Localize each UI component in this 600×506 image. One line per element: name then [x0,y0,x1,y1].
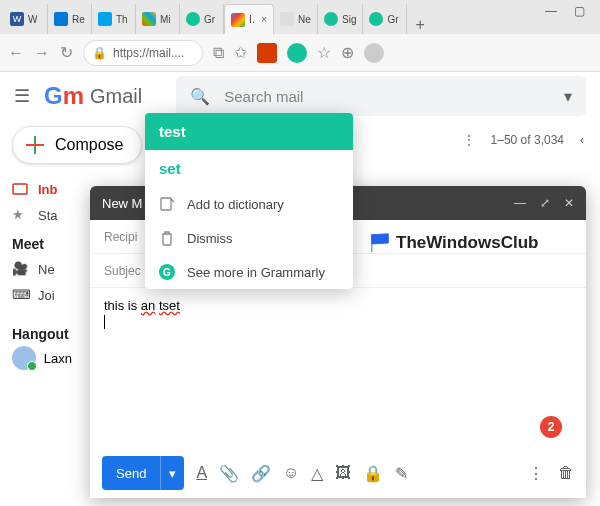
mail-count: 1–50 of 3,034 [491,133,564,147]
forward-icon[interactable]: → [34,44,50,62]
back-icon[interactable]: ← [8,44,24,62]
hangouts-user[interactable]: Laxn [12,346,72,370]
maximize-icon[interactable]: ▢ [572,4,586,18]
profile-icon[interactable] [364,43,384,63]
attach-icon[interactable]: 📎 [219,464,239,483]
browser-tab[interactable]: Mi [136,4,180,34]
error-text[interactable]: tset [159,298,180,313]
lock-icon: 🔒 [92,46,107,60]
star-icon: ★ [12,207,28,223]
grammarly-item-label: Add to dictionary [187,197,284,212]
compose-footer: Send ▾ A 📎 🔗 ☺ △ 🖼 🔒 ✎ ⋮ 🗑 [90,448,586,498]
chevron-down-icon[interactable]: ▾ [160,456,184,490]
url-input[interactable]: 🔒 https://mail.... [83,40,203,66]
meet-new[interactable]: 🎥 Ne [12,256,72,282]
office-extension-icon[interactable] [257,43,277,63]
sidebar: Compose Inb ★ Sta Meet 🎥 Ne ⌨ Joi Hangou… [0,120,80,370]
grammarly-suggestion[interactable]: set [145,150,353,187]
hangouts-username: Laxn [44,351,72,366]
browser-tab[interactable]: Ne [274,4,318,34]
compose-button[interactable]: Compose [12,126,142,164]
link-icon[interactable]: 🔗 [251,464,271,483]
address-bar: ← → ↻ 🔒 https://mail.... ⧉ ✩ ☆ ⊕ [0,34,600,72]
meet-join[interactable]: ⌨ Joi [12,282,72,308]
dictionary-icon [159,196,175,212]
more-icon[interactable]: ⋮ [463,133,475,147]
emoji-icon[interactable]: ☺ [283,464,299,482]
image-icon[interactable]: 🖼 [335,464,351,482]
search-input[interactable]: 🔍 Search mail ▾ [176,76,586,116]
field-label: Subjec [104,264,141,278]
svg-rect-1 [161,198,171,210]
menu-icon[interactable]: ☰ [14,85,30,107]
confidential-icon[interactable]: 🔒 [363,464,383,483]
body-text: this is [104,298,141,313]
minimize-icon[interactable]: — [544,4,558,18]
thewindowsclub-logo: TheWindowsClub [370,232,538,254]
browser-tab[interactable]: WW [4,4,48,34]
more-icon[interactable]: ⋮ [528,464,544,483]
video-icon: 🎥 [12,261,28,277]
browser-tab[interactable]: Re [48,4,92,34]
grammarly-see-more[interactable]: G See more in Grammarly [145,255,353,289]
compose-body[interactable]: this is an tset [90,288,586,448]
gmail-logo[interactable]: Gm Gmail [44,82,142,110]
collections-icon[interactable]: ⊕ [341,43,354,62]
sidebar-item-label: Sta [38,208,58,223]
grammarly-icon: G [159,264,175,280]
meet-label: Ne [38,262,55,277]
trash-icon[interactable]: 🗑 [558,464,574,482]
browser-tab[interactable]: Gr [180,4,224,34]
grammarly-item-label: See more in Grammarly [187,265,325,280]
error-text[interactable]: an [141,298,155,313]
search-placeholder: Search mail [224,88,303,105]
grammarly-badge[interactable]: 2 [540,416,562,438]
browser-titlebar: WW Re Th Mi Gr Inb× Ne Sig Gr + — ▢ [0,0,600,34]
grammarly-header: test [145,113,353,150]
flag-icon [370,232,392,254]
link-icon[interactable]: ⧉ [213,44,224,62]
chevron-down-icon[interactable]: ▾ [564,87,572,106]
chevron-left-icon[interactable]: ‹ [580,133,584,147]
text-cursor [104,315,105,329]
minimize-icon[interactable]: — [514,196,526,210]
url-text: https://mail.... [113,46,184,60]
grammarly-extension-icon[interactable] [287,43,307,63]
hangouts-header: Hangout [12,326,72,342]
compose-label: Compose [55,136,123,154]
trash-icon [159,230,175,246]
favorites-icon[interactable]: ☆ [317,43,331,62]
close-icon[interactable]: ✕ [564,196,574,210]
meet-header: Meet [12,236,72,252]
refresh-icon[interactable]: ↻ [60,43,73,62]
search-icon: 🔍 [190,87,210,106]
new-tab-button[interactable]: + [407,16,432,34]
browser-tab[interactable]: Sig [318,4,363,34]
sidebar-item-starred[interactable]: ★ Sta [12,202,72,228]
keyboard-icon: ⌨ [12,287,28,303]
grammarly-item-label: Dismiss [187,231,233,246]
browser-tab[interactable]: Gr [363,4,407,34]
sidebar-item-inbox[interactable]: Inb [12,176,72,202]
field-label: Recipi [104,230,137,244]
grammarly-add-dictionary[interactable]: Add to dictionary [145,187,353,221]
favorite-icon[interactable]: ✩ [234,43,247,62]
drive-icon[interactable]: △ [311,464,323,483]
expand-icon[interactable]: ⤢ [540,196,550,210]
send-button[interactable]: Send ▾ [102,456,184,490]
send-label: Send [102,466,160,481]
twc-text: TheWindowsClub [396,233,538,253]
grammarly-dismiss[interactable]: Dismiss [145,221,353,255]
avatar-icon [12,346,36,370]
sidebar-item-label: Inb [38,182,58,197]
grammarly-popup: test set Add to dictionary Dismiss G See… [145,113,353,289]
browser-tab-active[interactable]: Inb× [224,4,274,34]
browser-tab[interactable]: Th [92,4,136,34]
inbox-icon [12,181,28,197]
compose-title: New M [102,196,142,211]
format-icon[interactable]: A [196,464,207,482]
meet-label: Joi [38,288,55,303]
svg-rect-0 [13,184,27,194]
pen-icon[interactable]: ✎ [395,464,408,483]
close-icon[interactable]: × [261,14,267,25]
